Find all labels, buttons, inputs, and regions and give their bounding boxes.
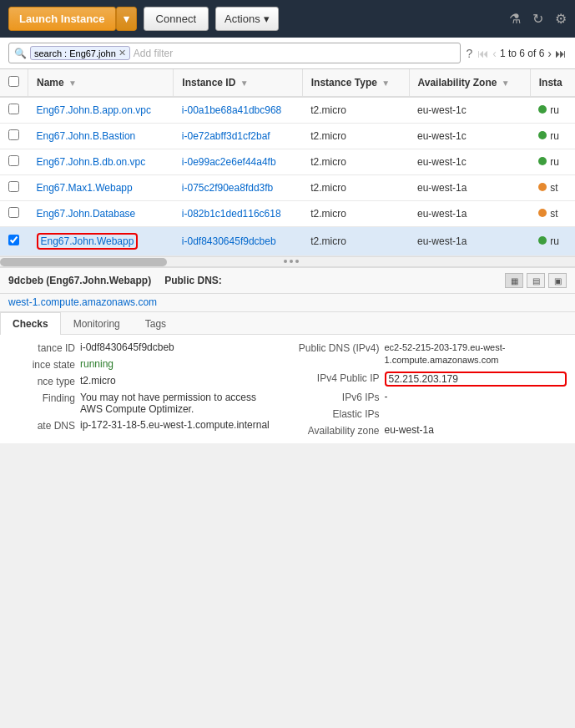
table-row[interactable]: Eng67.John.B.Bastion i-0e72abff3d1cf2baf… bbox=[0, 124, 575, 149]
row-type: t2.micro bbox=[302, 97, 409, 124]
detail-field-value: - bbox=[385, 391, 567, 402]
row-type: t2.micro bbox=[302, 201, 409, 227]
row-name[interactable]: Eng67.John.B.Bastion bbox=[28, 124, 174, 149]
launch-instance-caret[interactable]: ▾ bbox=[116, 7, 137, 31]
row-checkbox-cell[interactable] bbox=[0, 227, 28, 256]
row-type: t2.micro bbox=[302, 124, 409, 149]
instance-name: Eng67.Max1.Webapp bbox=[37, 182, 133, 194]
col-name[interactable]: Name ▼ bbox=[28, 69, 174, 97]
tab-instance-id[interactable]: Checks bbox=[0, 312, 61, 335]
row-state: ru bbox=[530, 124, 575, 149]
tab-monitoring[interactable]: Monitoring bbox=[61, 312, 133, 335]
row-type: t2.micro bbox=[302, 175, 409, 201]
scroll-thumb[interactable] bbox=[0, 258, 167, 266]
detail-field-row: Public DNS (IPv4) ec2-52-215-203-179.eu-… bbox=[296, 341, 567, 367]
row-checkbox-cell[interactable] bbox=[0, 149, 28, 175]
row-name[interactable]: Eng67.John.Webapp bbox=[28, 227, 174, 256]
row-checkbox-cell[interactable] bbox=[0, 97, 28, 124]
row-checkbox[interactable] bbox=[8, 155, 19, 166]
detail-field-value: You may not have permission to access AW… bbox=[80, 392, 280, 415]
connect-button[interactable]: Connect bbox=[144, 7, 209, 31]
row-checkbox[interactable] bbox=[8, 181, 19, 192]
col-availability-zone[interactable]: Availability Zone ▼ bbox=[409, 69, 530, 97]
detail-field-row: Finding You may not have permission to a… bbox=[8, 392, 280, 415]
search-icon: 🔍 bbox=[14, 48, 27, 59]
detail-field-label: IPv6 IPs bbox=[296, 391, 380, 403]
view-icon-1[interactable]: ▦ bbox=[505, 273, 523, 288]
row-state: st bbox=[530, 201, 575, 227]
row-checkbox[interactable] bbox=[8, 235, 19, 245]
gear-icon[interactable]: ⚙ bbox=[555, 11, 567, 27]
row-id[interactable]: i-075c2f90ea8fdd3fb bbox=[174, 175, 302, 201]
row-name[interactable]: Eng67.John.B.app.on.vpc bbox=[28, 97, 174, 124]
detail-field-row: ince state running bbox=[8, 358, 280, 371]
row-checkbox-cell[interactable] bbox=[0, 201, 28, 227]
detail-field-value: eu-west-1a bbox=[385, 424, 567, 436]
page-first[interactable]: ⏮ bbox=[477, 47, 489, 60]
instance-name: Eng67.John.B.app.on.vpc bbox=[37, 104, 151, 116]
actions-button[interactable]: Actions ▾ bbox=[215, 7, 279, 31]
row-checkbox[interactable] bbox=[8, 104, 19, 114]
resize-handle[interactable] bbox=[284, 260, 299, 263]
search-bar: 🔍 search : Eng67.john ✕ Add filter ? ⏮ ‹… bbox=[0, 38, 575, 69]
row-state: ru bbox=[530, 97, 575, 124]
row-zone: eu-west-1c bbox=[409, 149, 530, 175]
detail-field-label: Public DNS (IPv4) bbox=[296, 341, 380, 354]
pagination: ⏮ ‹ 1 to 6 of 6 › ⏭ bbox=[477, 47, 567, 60]
search-tag[interactable]: search : Eng67.john ✕ bbox=[30, 46, 130, 60]
add-filter-text[interactable]: Add filter bbox=[134, 48, 173, 59]
instances-table: Name ▼ Instance ID ▼ Instance Type ▼ Ava… bbox=[0, 69, 575, 256]
select-all-checkbox[interactable] bbox=[0, 69, 28, 97]
launch-instance-button[interactable]: Launch Instance bbox=[8, 7, 116, 31]
page-next[interactable]: › bbox=[547, 47, 552, 60]
page-prev[interactable]: ‹ bbox=[492, 47, 497, 60]
row-id[interactable]: i-0e99ac2e6ef44a4fb bbox=[174, 149, 302, 175]
row-state: st bbox=[530, 175, 575, 201]
table-row[interactable]: Eng67.John.B.app.on.vpc i-00a1be68a41dbc… bbox=[0, 97, 575, 124]
row-checkbox-cell[interactable] bbox=[0, 124, 28, 149]
row-zone: eu-west-1a bbox=[409, 227, 530, 256]
view-icon-2[interactable]: ▤ bbox=[527, 273, 545, 288]
detail-tabs: Checks Monitoring Tags bbox=[0, 312, 575, 335]
table-row[interactable]: Eng67.John.Database i-082b1c1ded116c618 … bbox=[0, 201, 575, 227]
detail-left-col: tance ID i-0df8430645f9dcbeb ince state … bbox=[8, 341, 280, 437]
instances-table-container: Name ▼ Instance ID ▼ Instance Type ▼ Ava… bbox=[0, 69, 575, 256]
row-checkbox[interactable] bbox=[8, 129, 19, 140]
table-row[interactable]: Eng67.John.Webapp i-0df8430645f9dcbeb t2… bbox=[0, 227, 575, 256]
detail-field-row: tance ID i-0df8430645f9dcbeb bbox=[8, 341, 280, 354]
row-id[interactable]: i-0e72abff3d1cf2baf bbox=[174, 124, 302, 149]
view-icons: ▦ ▤ ▣ bbox=[505, 273, 567, 288]
row-checkbox-cell[interactable] bbox=[0, 175, 28, 201]
toolbar-right-icons: ⚗ ↻ ⚙ bbox=[509, 11, 567, 27]
row-checkbox[interactable] bbox=[8, 207, 19, 218]
header-checkbox[interactable] bbox=[8, 76, 19, 87]
refresh-icon[interactable]: ↻ bbox=[532, 11, 543, 27]
detail-field-label: Elastic IPs bbox=[296, 407, 380, 420]
flask-icon[interactable]: ⚗ bbox=[509, 11, 521, 27]
detail-field-row: IPv4 Public IP 52.215.203.179 bbox=[296, 372, 567, 387]
col-insta[interactable]: Insta bbox=[530, 69, 575, 97]
view-icon-3[interactable]: ▣ bbox=[548, 273, 567, 288]
row-type: t2.micro bbox=[302, 227, 409, 256]
col-instance-id[interactable]: Instance ID ▼ bbox=[174, 69, 302, 97]
search-tag-clear[interactable]: ✕ bbox=[119, 48, 126, 58]
row-name[interactable]: Eng67.Max1.Webapp bbox=[28, 175, 174, 201]
row-zone: eu-west-1a bbox=[409, 175, 530, 201]
col-instance-type[interactable]: Instance Type ▼ bbox=[302, 69, 409, 97]
table-row[interactable]: Eng67.Max1.Webapp i-075c2f90ea8fdd3fb t2… bbox=[0, 175, 575, 201]
row-name[interactable]: Eng67.John.Database bbox=[28, 201, 174, 227]
search-help-icon[interactable]: ? bbox=[466, 47, 472, 60]
row-id[interactable]: i-0df8430645f9dcbeb bbox=[174, 227, 302, 256]
row-id[interactable]: i-082b1c1ded116c618 bbox=[174, 201, 302, 227]
row-name[interactable]: Eng67.John.B.db.on.vpc bbox=[28, 149, 174, 175]
page-last[interactable]: ⏭ bbox=[555, 47, 567, 60]
table-row[interactable]: Eng67.John.B.db.on.vpc i-0e99ac2e6ef44a4… bbox=[0, 149, 575, 175]
tab-tags[interactable]: Tags bbox=[133, 312, 179, 335]
detail-header: 9dcbeb (Eng67.John.Webapp) Public DNS: ▦… bbox=[0, 268, 575, 294]
detail-field-label: ince state bbox=[8, 358, 75, 371]
row-id[interactable]: i-00a1be68a41dbc968 bbox=[174, 97, 302, 124]
detail-field-value: ip-172-31-18-5.eu-west-1.compute.interna… bbox=[80, 419, 280, 431]
horizontal-scrollbar[interactable] bbox=[0, 256, 575, 266]
row-state: ru bbox=[530, 149, 575, 175]
row-zone: eu-west-1a bbox=[409, 201, 530, 227]
